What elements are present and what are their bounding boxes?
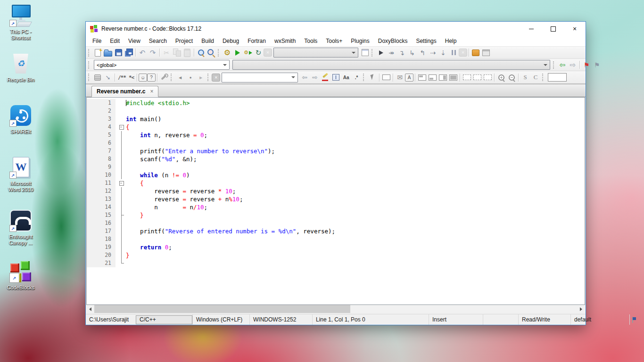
menu-wxsmith[interactable]: wxSmith xyxy=(270,37,300,45)
doxy-settings-icon[interactable] xyxy=(159,73,169,82)
combo-dropdown-icon[interactable] xyxy=(223,64,227,66)
menu-view[interactable]: View xyxy=(124,37,145,45)
wxsmith-expand-left-icon[interactable] xyxy=(472,73,482,82)
minimize-button[interactable] xyxy=(520,22,542,36)
menu-build[interactable]: Build xyxy=(197,37,218,45)
regex-icon[interactable]: .* xyxy=(351,73,362,82)
highlight-occurrences-icon[interactable] xyxy=(320,73,330,82)
menu-plugins[interactable]: Plugins xyxy=(347,37,373,45)
step-into-icon[interactable]: ↳ xyxy=(407,48,417,58)
copy-icon[interactable] xyxy=(172,48,182,58)
jump-forward-icon[interactable]: ► xyxy=(196,73,206,82)
abort-build-icon[interactable] xyxy=(264,49,272,57)
menu-project[interactable]: Project xyxy=(171,37,197,45)
fold-toggle-icon[interactable] xyxy=(118,123,126,131)
desktop-icon-recycle-bin[interactable]: ♻Recycle Bin xyxy=(3,52,39,83)
rebuild-icon[interactable]: ↻ xyxy=(253,48,264,58)
replace-icon[interactable]: R xyxy=(206,48,216,58)
browse-forward-icon[interactable]: ⇨ xyxy=(568,60,578,70)
desktop-icon-enthought-canopy[interactable]: ↗Enthought Canopy ... xyxy=(3,209,39,246)
menu-doxyblocks[interactable]: DoxyBlocks xyxy=(374,37,412,45)
new-file-icon[interactable] xyxy=(92,48,103,58)
menu-debug[interactable]: Debug xyxy=(218,37,243,45)
horizontal-scrollbar[interactable] xyxy=(86,305,585,313)
step-into-instruction-icon[interactable]: ⇣ xyxy=(438,48,448,58)
find-icon[interactable] xyxy=(196,48,206,58)
menu-fortran[interactable]: Fortran xyxy=(243,37,270,45)
menu-search[interactable]: Search xyxy=(145,37,171,45)
selected-word-icon[interactable] xyxy=(330,73,341,82)
wxsmith-layout-bottom-icon[interactable] xyxy=(427,73,438,82)
desktop-icon-microsoft-word-2010[interactable]: W↗Microsoft Word 2010 xyxy=(3,156,39,193)
close-button[interactable]: × xyxy=(564,22,586,36)
menu-settings[interactable]: Settings xyxy=(412,37,440,45)
wxsmith-layout-right-icon[interactable] xyxy=(438,73,448,82)
menu-help[interactable]: Help xyxy=(441,37,461,45)
wxsmith-layout-top-icon[interactable] xyxy=(417,73,427,82)
fold-toggle-icon[interactable] xyxy=(118,179,126,187)
redo-icon[interactable]: ↷ xyxy=(148,48,158,58)
wxsmith-show-containers-icon[interactable]: C xyxy=(530,73,541,82)
break-debugger-icon[interactable] xyxy=(448,48,459,58)
jump-home-icon[interactable]: ● xyxy=(185,73,196,82)
search-prev-icon[interactable]: ⇦ xyxy=(299,73,310,82)
build-and-run-icon[interactable] xyxy=(243,48,253,58)
function-combobox[interactable] xyxy=(232,60,550,70)
zoom-in-icon[interactable] xyxy=(496,73,506,82)
wxsmith-widget-icon[interactable] xyxy=(381,73,391,82)
tab-close-icon[interactable]: × xyxy=(150,88,153,95)
menu-edit[interactable]: Edit xyxy=(106,37,124,45)
doxy-run-html-icon[interactable]: ☺ xyxy=(139,74,147,82)
tab-reverse-number-c[interactable]: Reverse number.c × xyxy=(91,86,158,97)
scroll-right-arrow-icon[interactable] xyxy=(577,305,585,313)
save-all-icon[interactable] xyxy=(124,48,134,58)
doxy-extract-icon[interactable] xyxy=(92,73,103,82)
title-bar[interactable]: Reverse number.c - Code::Blocks 17.12 × xyxy=(86,22,586,36)
doxy-block-comment-icon[interactable]: /** xyxy=(116,73,127,82)
stop-debugger-icon[interactable] xyxy=(459,49,467,57)
wxsmith-show-sizers-icon[interactable]: S xyxy=(520,73,530,82)
desktop-icon-codeblocks[interactable]: ↗CodeBlocks xyxy=(3,260,39,291)
doxy-insert-icon[interactable]: ➘ xyxy=(103,73,113,82)
goto-bookmark-icon[interactable]: ⚑ xyxy=(592,60,602,70)
debugging-windows-icon[interactable] xyxy=(471,48,481,58)
wxsmith-expand-right-icon[interactable] xyxy=(462,73,472,82)
build-target-combobox[interactable] xyxy=(273,48,358,58)
cut-icon[interactable]: ✂ xyxy=(161,48,172,58)
paste-icon[interactable] xyxy=(182,48,192,58)
run-to-cursor-icon[interactable]: ↠ xyxy=(386,48,396,58)
incsearch-clear-icon[interactable] xyxy=(212,74,220,82)
incsearch-combobox[interactable] xyxy=(222,73,298,82)
compiler-options-icon[interactable] xyxy=(360,48,370,58)
various-info-icon[interactable] xyxy=(481,48,491,58)
open-file-icon[interactable] xyxy=(103,48,113,58)
undo-icon[interactable]: ↶ xyxy=(137,48,148,58)
combo-dropdown-icon[interactable] xyxy=(291,76,295,78)
zoom-out-icon[interactable] xyxy=(506,73,517,82)
menu-tools[interactable]: Tools xyxy=(300,37,322,45)
build-icon[interactable]: ⚙ xyxy=(222,48,232,58)
search-next-icon[interactable]: ⇨ xyxy=(310,73,320,82)
jump-back-icon[interactable]: ◄ xyxy=(175,73,185,82)
symbol-scope-combobox[interactable]: <global> xyxy=(94,60,230,70)
desktop-icon-this-pc-shortcut[interactable]: ↗This PC - Shortcut xyxy=(3,4,39,41)
next-instruction-icon[interactable]: ⇢ xyxy=(428,48,438,58)
debug-continue-icon[interactable] xyxy=(376,48,386,58)
next-line-icon[interactable]: ↴ xyxy=(396,48,407,58)
step-out-icon[interactable]: ↰ xyxy=(417,48,428,58)
doxy-help-icon[interactable]: ? xyxy=(147,74,156,82)
scrollbar-thumb[interactable] xyxy=(94,305,350,313)
wxsmith-text-icon[interactable]: A xyxy=(405,74,413,82)
toggle-bookmark-icon[interactable]: ⚑ xyxy=(581,60,592,70)
match-case-icon[interactable]: Aa xyxy=(341,73,351,82)
scrollbar-track[interactable] xyxy=(94,305,577,313)
maximize-button[interactable] xyxy=(542,22,564,36)
doxy-line-comment-icon[interactable]: *< xyxy=(127,73,135,82)
desktop-icon-shareit[interactable]: ↗SHAREit xyxy=(3,104,39,135)
wxsmith-pointer-icon[interactable] xyxy=(367,73,378,82)
incsearch-input[interactable] xyxy=(548,73,567,82)
menu-tools[interactable]: Tools+ xyxy=(322,37,347,45)
browse-back-icon[interactable]: ⇦ xyxy=(557,60,568,70)
menu-file[interactable]: File xyxy=(88,37,106,45)
wxsmith-layout-fill-icon[interactable] xyxy=(448,73,458,82)
